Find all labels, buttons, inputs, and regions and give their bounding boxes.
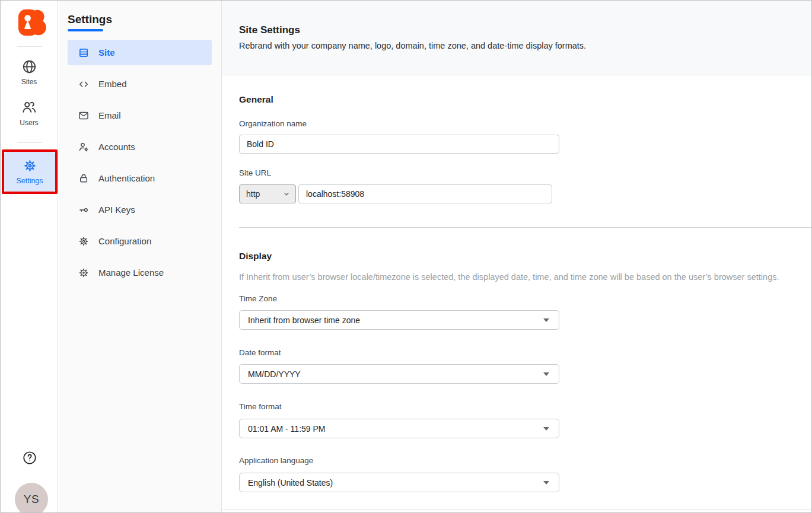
- page-title: Site Settings: [239, 24, 811, 36]
- site-url-row: http: [239, 184, 811, 203]
- sidebar-item-label: API Keys: [98, 205, 135, 215]
- main-panel: Site Settings Rebrand with your company …: [222, 1, 811, 512]
- gear-icon: [78, 235, 90, 247]
- license-icon: [78, 267, 90, 279]
- rail-divider: [17, 46, 42, 47]
- date-format-label: Date format: [239, 348, 811, 358]
- sidebar-item-accounts[interactable]: Accounts: [68, 134, 212, 160]
- page-description: Rebrand with your company name, logo, do…: [239, 41, 811, 50]
- globe-icon: [21, 59, 37, 75]
- rail-item-sites[interactable]: Sites: [1, 59, 58, 86]
- time-format-value: 01:01 AM - 11:59 PM: [248, 424, 325, 434]
- sidebar-item-label: Email: [98, 110, 121, 120]
- left-rail: Sites Users S: [1, 1, 58, 512]
- sidebar-title: Settings: [68, 12, 221, 27]
- section-divider: [239, 227, 811, 228]
- application-language-value: English (United States): [248, 478, 333, 487]
- question-mark-icon: [22, 450, 37, 466]
- application-language-label: Application language: [239, 455, 811, 466]
- sidebar-item-configuration[interactable]: Configuration: [68, 228, 212, 254]
- key-icon: [78, 204, 90, 216]
- dropdown-arrow-icon: [543, 481, 549, 485]
- sidebar-item-label: Configuration: [98, 236, 151, 246]
- dropdown-arrow-icon: [543, 427, 549, 431]
- page-header: Site Settings Rebrand with your company …: [222, 1, 811, 75]
- time-format-dropdown[interactable]: 01:01 AM - 11:59 PM: [239, 419, 559, 438]
- sidebar-item-email[interactable]: Email: [68, 103, 212, 128]
- rail-item-label: Sites: [21, 78, 37, 86]
- rail-item-label: Settings: [16, 177, 43, 185]
- sidebar-item-embed[interactable]: Embed: [68, 71, 212, 97]
- gear-icon: [23, 158, 37, 173]
- time-zone-dropdown[interactable]: Inherit from browser time zone: [239, 310, 559, 330]
- date-format-dropdown[interactable]: MM/DD/YYYY: [239, 364, 559, 384]
- site-settings-form: General Organization name Site URL http …: [222, 94, 811, 509]
- sidebar-item-label: Site: [98, 47, 115, 58]
- lock-icon: [78, 173, 90, 184]
- rail-divider: [17, 142, 42, 143]
- sidebar-title-underline: [68, 29, 103, 31]
- bold-id-logo-icon[interactable]: [15, 9, 49, 36]
- site-url-label: Site URL: [239, 168, 811, 178]
- organization-name-label: Organization name: [239, 119, 811, 129]
- time-zone-value: Inherit from browser time zone: [248, 316, 360, 325]
- sidebar-item-authentication[interactable]: Authentication: [68, 165, 212, 191]
- user-avatar[interactable]: YS: [15, 483, 48, 512]
- section-heading-display: Display: [239, 250, 811, 262]
- app-window: Sites Users S: [0, 0, 812, 513]
- date-format-value: MM/DD/YYYY: [248, 369, 301, 379]
- rail-item-users[interactable]: Users: [1, 99, 58, 127]
- section-heading-general: General: [239, 94, 811, 106]
- sidebar-item-label: Manage License: [98, 267, 164, 278]
- bottom-divider: [222, 509, 811, 509]
- time-zone-label: Time Zone: [239, 294, 811, 304]
- users-icon: [21, 99, 37, 116]
- organization-name-input[interactable]: [239, 135, 559, 154]
- time-format-label: Time format: [239, 402, 811, 412]
- rail-item-label: Users: [20, 119, 38, 127]
- dropdown-arrow-icon: [543, 372, 549, 376]
- sidebar-item-site[interactable]: Site: [68, 40, 212, 65]
- sidebar-item-manage-license[interactable]: Manage License: [68, 260, 212, 285]
- rail-item-settings[interactable]: Settings: [4, 152, 55, 192]
- code-icon: [78, 78, 90, 90]
- site-url-input[interactable]: [298, 184, 552, 203]
- avatar-initials: YS: [24, 493, 39, 506]
- display-note: If Inherit from user’s browser locale/ti…: [239, 272, 811, 282]
- envelope-icon: [78, 110, 90, 122]
- settings-sidebar: Settings Site Embed: [59, 1, 222, 512]
- help-button[interactable]: [22, 450, 37, 466]
- chevron-down-icon: [283, 190, 290, 197]
- sidebar-item-api-keys[interactable]: API Keys: [68, 197, 212, 222]
- application-language-dropdown[interactable]: English (United States): [239, 473, 559, 492]
- dropdown-arrow-icon: [543, 318, 549, 322]
- annotation-highlight-box: Settings: [2, 149, 58, 194]
- sidebar-item-label: Accounts: [98, 142, 135, 152]
- sidebar-item-label: Authentication: [98, 173, 155, 183]
- settings-menu: Site Embed Email: [59, 40, 221, 285]
- account-gear-icon: [78, 141, 90, 153]
- protocol-select[interactable]: http: [239, 184, 296, 203]
- sidebar-item-label: Embed: [98, 79, 127, 89]
- protocol-value: http: [246, 189, 260, 199]
- site-icon: [78, 47, 90, 59]
